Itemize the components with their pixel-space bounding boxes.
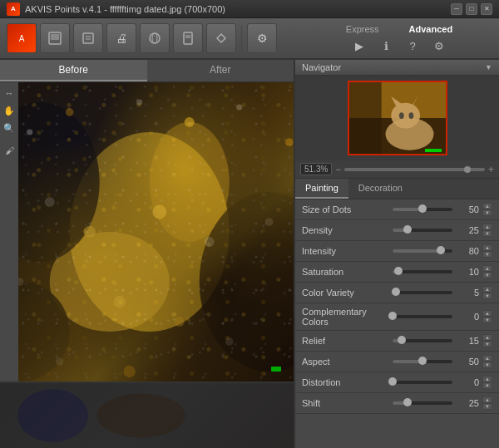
painting-tab[interactable]: Painting bbox=[295, 179, 348, 199]
canvas-image: Fainting bbox=[18, 82, 294, 382]
close-button[interactable]: ✕ bbox=[481, 3, 492, 15]
hand-tool[interactable]: ✋ bbox=[2, 103, 17, 118]
tool-btn-6[interactable] bbox=[206, 23, 236, 53]
spin-up-8[interactable]: ▲ bbox=[482, 376, 492, 382]
zoom-value[interactable]: 51.3% bbox=[300, 163, 332, 175]
slider-track-4[interactable] bbox=[393, 291, 452, 294]
toolbar-divider bbox=[241, 26, 242, 51]
slider-row-6: Relief 15 ▲ ▼ bbox=[295, 331, 499, 352]
play-button[interactable]: ▶ bbox=[349, 37, 369, 54]
spin-down-3[interactable]: ▼ bbox=[482, 272, 492, 278]
svg-point-44 bbox=[398, 112, 403, 119]
tool-btn-2[interactable] bbox=[73, 23, 103, 53]
slider-track-0[interactable] bbox=[393, 208, 452, 211]
help-button[interactable]: ? bbox=[403, 37, 422, 54]
navigator-collapse[interactable]: ▼ bbox=[485, 63, 492, 71]
slider-value-0: 50 bbox=[456, 204, 479, 214]
slider-track-1[interactable] bbox=[393, 229, 452, 232]
paint-tool[interactable]: 🖌 bbox=[2, 143, 17, 158]
slider-value-1: 25 bbox=[456, 225, 479, 235]
maximize-button[interactable]: □ bbox=[466, 3, 477, 15]
slider-spinner-2: ▲ ▼ bbox=[482, 244, 492, 258]
spin-up-1[interactable]: ▲ bbox=[482, 224, 492, 230]
svg-point-26 bbox=[265, 218, 274, 226]
tool-btn-5[interactable] bbox=[173, 23, 203, 53]
slider-track-8[interactable] bbox=[393, 381, 452, 384]
slider-spinner-9: ▲ ▼ bbox=[482, 396, 492, 410]
spin-down-2[interactable]: ▼ bbox=[482, 251, 492, 258]
navigator-header: Navigator ▼ bbox=[295, 60, 499, 76]
svg-point-25 bbox=[205, 237, 215, 247]
spin-up-9[interactable]: ▲ bbox=[482, 396, 492, 403]
spin-down-7[interactable]: ▼ bbox=[482, 362, 492, 368]
spin-down-6[interactable]: ▼ bbox=[482, 341, 492, 347]
minimize-button[interactable]: ─ bbox=[451, 3, 462, 15]
arrow-tool[interactable]: ↔ bbox=[2, 86, 17, 101]
express-tab[interactable]: Express bbox=[339, 22, 386, 36]
sliders-container: Size of Dots 50 ▲ ▼ Density 25 ▲ ▼ Inten… bbox=[295, 199, 499, 414]
open-button[interactable]: A bbox=[7, 23, 37, 53]
zoom-tool[interactable]: 🔍 bbox=[2, 121, 17, 135]
slider-track-7[interactable] bbox=[393, 360, 452, 363]
slider-spinner-5: ▲ ▼ bbox=[482, 310, 492, 323]
before-tab[interactable]: Before bbox=[0, 60, 147, 81]
zoom-slider[interactable] bbox=[344, 168, 485, 171]
info-button[interactable]: ℹ bbox=[376, 37, 396, 54]
slider-label-8: Distortion bbox=[302, 377, 389, 387]
spin-down-0[interactable]: ▼ bbox=[482, 209, 492, 216]
zoom-in-icon[interactable]: + bbox=[488, 164, 494, 175]
spin-up-2[interactable]: ▲ bbox=[482, 244, 492, 251]
spin-up-0[interactable]: ▲ bbox=[482, 203, 492, 209]
canvas-area[interactable]: Fainting ◀ ▶ bbox=[18, 82, 294, 382]
slider-row-2: Intensity 80 ▲ ▼ bbox=[295, 241, 499, 262]
svg-point-36 bbox=[17, 389, 88, 442]
slider-label-1: Density bbox=[302, 225, 389, 235]
tool-btn-4[interactable] bbox=[140, 23, 170, 53]
spin-down-4[interactable]: ▼ bbox=[482, 293, 492, 299]
spin-down-8[interactable]: ▼ bbox=[482, 382, 492, 389]
slider-label-7: Aspect bbox=[302, 357, 389, 367]
svg-point-22 bbox=[45, 197, 55, 207]
settings-button[interactable]: ⚙ bbox=[429, 37, 449, 54]
svg-point-19 bbox=[185, 117, 195, 127]
slider-value-9: 25 bbox=[456, 398, 479, 408]
spin-down-5[interactable]: ▼ bbox=[482, 317, 492, 323]
slider-track-5[interactable] bbox=[393, 315, 452, 318]
spin-up-5[interactable]: ▲ bbox=[482, 310, 492, 317]
mode-area: Express Advanced ▶ ℹ ? ⚙ bbox=[299, 18, 499, 60]
navigator-position-bar bbox=[425, 149, 442, 152]
after-tab[interactable]: After bbox=[147, 60, 294, 81]
svg-point-5 bbox=[150, 33, 160, 43]
tool-btn-1[interactable] bbox=[40, 23, 70, 53]
window-title: AKVIS Points v.4.1 - fffffftimg dated.jp… bbox=[25, 4, 451, 14]
zoom-out-icon[interactable]: − bbox=[335, 164, 341, 175]
slider-spinner-0: ▲ ▼ bbox=[482, 203, 492, 216]
slider-row-8: Distortion 0 ▲ ▼ bbox=[295, 372, 499, 393]
panel-tabs: Painting Decoration bbox=[295, 179, 499, 199]
advanced-tab[interactable]: Advanced bbox=[403, 22, 460, 36]
spin-up-6[interactable]: ▲ bbox=[482, 334, 492, 341]
green-marker bbox=[271, 367, 281, 372]
navigator-preview bbox=[295, 76, 499, 160]
spin-up-4[interactable]: ▲ bbox=[482, 286, 492, 293]
decoration-tab[interactable]: Decoration bbox=[348, 179, 413, 199]
right-panel: Navigator ▼ bbox=[295, 60, 499, 448]
tool-btn-7[interactable]: ⚙ bbox=[247, 23, 277, 53]
svg-point-45 bbox=[408, 112, 413, 119]
svg-point-33 bbox=[56, 357, 64, 366]
view-tabs: Before After bbox=[0, 60, 294, 82]
slider-label-3: Saturation bbox=[302, 267, 389, 277]
slider-row-5: Complementary Colors 0 ▲ ▼ bbox=[295, 303, 499, 331]
spin-down-1[interactable]: ▼ bbox=[482, 230, 492, 237]
slider-track-2[interactable] bbox=[393, 249, 452, 253]
spin-up-7[interactable]: ▲ bbox=[482, 355, 492, 362]
slider-track-3[interactable] bbox=[393, 270, 452, 273]
slider-track-9[interactable] bbox=[393, 401, 452, 405]
slider-track-6[interactable] bbox=[393, 339, 452, 342]
slider-value-4: 5 bbox=[456, 288, 479, 298]
spin-down-9[interactable]: ▼ bbox=[482, 403, 492, 410]
tool-btn-3[interactable]: 🖨 bbox=[106, 23, 136, 53]
slider-value-8: 0 bbox=[456, 377, 479, 387]
spin-up-3[interactable]: ▲ bbox=[482, 265, 492, 272]
svg-point-18 bbox=[136, 99, 142, 105]
